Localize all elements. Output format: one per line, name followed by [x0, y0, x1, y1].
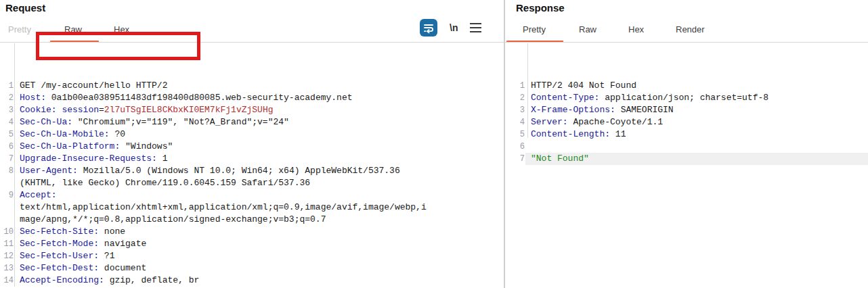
code-line[interactable]: 13Sec-Fetch-Dest: document [3, 262, 502, 274]
line-number: 4 [505, 116, 525, 128]
request-panel-title: Request [5, 2, 45, 14]
response-panel-title: Response [516, 2, 565, 14]
request-tabs-divider [0, 42, 504, 43]
line-content: Sec-Fetch-User: ?1 [14, 250, 114, 262]
request-editor-toolbar: \n [420, 19, 481, 37]
code-line[interactable]: 8User-Agent: Mozilla/5.0 (Windows NT 10.… [3, 165, 502, 177]
line-content [525, 141, 531, 153]
line-content: HTTP/2 404 Not Found [525, 80, 636, 92]
line-content: Sec-Fetch-Dest: document [14, 262, 146, 274]
request-tab-pretty[interactable]: Pretty [8, 24, 31, 34]
line-content: mage/apng,*/*;q=0.8,application/signed-e… [14, 214, 326, 226]
line-number: 14 [3, 274, 14, 287]
code-line[interactable]: 4Server: Apache-Coyote/1.1 [505, 116, 868, 128]
response-editor[interactable]: 1HTTP/2 404 Not Found2Content-Type: appl… [505, 43, 868, 165]
line-number: 6 [3, 141, 14, 153]
hamburger-menu-icon[interactable] [470, 23, 481, 32]
response-tab-hex[interactable]: Hex [628, 24, 644, 34]
line-content: Server: Apache-Coyote/1.1 [525, 116, 663, 128]
code-line[interactable]: 9Accept: [3, 189, 502, 201]
line-content: "Not Found" [525, 153, 589, 165]
word-wrap-icon[interactable] [420, 19, 437, 37]
line-content: Content-Length: 11 [525, 128, 626, 141]
line-content: (KHTML, like Gecko) Chrome/119.0.6045.15… [14, 177, 310, 189]
line-number: 9 [3, 189, 14, 201]
code-line[interactable]: 14Accept-Encoding: gzip, deflate, br [3, 274, 502, 287]
code-line[interactable]: 4Sec-Ch-Ua: "Chromium";v="119", "Not?A_B… [3, 116, 502, 128]
line-content: X-Frame-Options: SAMEORIGIN [525, 104, 674, 116]
code-line[interactable]: 5Sec-Ch-Ua-Mobile: ?0 [3, 128, 502, 141]
code-line[interactable]: 3Cookie: session=2l7uTSgIEL8CKbxKI0EM7kF… [3, 104, 502, 116]
line-number: 5 [505, 128, 525, 141]
line-number: 7 [3, 153, 14, 165]
line-number [3, 201, 14, 214]
line-number: 1 [505, 80, 525, 92]
line-number [3, 177, 14, 189]
code-line[interactable]: 11Sec-Fetch-Mode: navigate [3, 238, 502, 250]
code-line[interactable]: 2Host: 0a1b00ea0389511483df198400d80085.… [3, 92, 502, 104]
line-content: Sec-Fetch-Site: none [14, 226, 125, 238]
line-number: 11 [3, 238, 14, 250]
line-content: Accept: [14, 189, 57, 201]
line-number: 5 [3, 128, 14, 141]
request-editor[interactable]: 1GET /my-account/hello HTTP/22Host: 0a1b… [3, 43, 502, 288]
line-number: 13 [3, 262, 14, 274]
code-line[interactable]: 6 [505, 141, 868, 153]
code-line[interactable]: 5Content-Length: 11 [505, 128, 868, 141]
line-content: Content-Type: application/json; charset=… [525, 92, 768, 104]
repeater-message-view: Request Pretty Raw Hex \n 1GET /my-accou… [0, 0, 868, 288]
code-line[interactable]: 7Upgrade-Insecure-Requests: 1 [3, 153, 502, 165]
code-line[interactable]: text/html,application/xhtml+xml,applicat… [3, 201, 502, 214]
line-content: Host: 0a1b00ea0389511483df198400d80085.w… [14, 92, 353, 104]
line-content: Upgrade-Insecure-Requests: 1 [14, 153, 167, 165]
show-newlines-icon[interactable]: \n [450, 22, 458, 33]
code-line[interactable]: (KHTML, like Gecko) Chrome/119.0.6045.15… [3, 177, 502, 189]
line-content: Accept-Encoding: gzip, deflate, br [14, 274, 199, 287]
line-number: 4 [3, 116, 14, 128]
line-number: 6 [505, 141, 525, 153]
line-number: 12 [3, 250, 14, 262]
code-line[interactable]: 1GET /my-account/hello HTTP/2 [3, 80, 502, 92]
line-number: 10 [3, 226, 14, 238]
line-content: Cookie: session=2l7uTSgIEL8CKbxKI0EM7kFj… [14, 104, 273, 116]
response-tab-render[interactable]: Render [676, 24, 705, 34]
line-content: Sec-Fetch-Mode: navigate [14, 238, 146, 250]
code-line[interactable]: 1HTTP/2 404 Not Found [505, 80, 868, 92]
line-content: Sec-Ch-Ua-Mobile: ?0 [14, 128, 125, 141]
code-line[interactable]: 2Content-Type: application/json; charset… [505, 92, 868, 104]
code-line[interactable]: 3X-Frame-Options: SAMEORIGIN [505, 104, 868, 116]
line-content: User-Agent: Mozilla/5.0 (Windows NT 10.0… [14, 165, 400, 177]
line-number: 1 [3, 80, 14, 92]
line-number: 3 [505, 104, 525, 116]
request-tab-raw[interactable]: Raw [64, 24, 82, 34]
line-content: GET /my-account/hello HTTP/2 [14, 80, 167, 92]
line-number: 8 [3, 165, 14, 177]
code-line[interactable]: mage/apng,*/*;q=0.8,application/signed-e… [3, 214, 502, 226]
line-number: 3 [3, 104, 14, 116]
line-number: 2 [3, 92, 14, 104]
response-tab-raw[interactable]: Raw [579, 24, 596, 34]
code-line[interactable]: 6Sec-Ch-Ua-Platform: "Windows" [3, 141, 502, 153]
line-number: 2 [505, 92, 525, 104]
line-content: Sec-Ch-Ua: "Chromium";v="119", "Not?A_Br… [14, 116, 289, 128]
request-tab-hex[interactable]: Hex [114, 24, 129, 34]
code-line[interactable]: 10Sec-Fetch-Site: none [3, 226, 502, 238]
line-content: text/html,application/xhtml+xml,applicat… [14, 201, 427, 214]
line-content: Sec-Ch-Ua-Platform: "Windows" [14, 141, 173, 153]
code-line[interactable]: 12Sec-Fetch-User: ?1 [3, 250, 502, 262]
code-line[interactable]: 7"Not Found" [505, 153, 868, 165]
line-number [3, 214, 14, 226]
response-tab-pretty[interactable]: Pretty [523, 24, 546, 34]
response-tabs-divider [505, 42, 868, 43]
line-number: 7 [505, 153, 525, 165]
